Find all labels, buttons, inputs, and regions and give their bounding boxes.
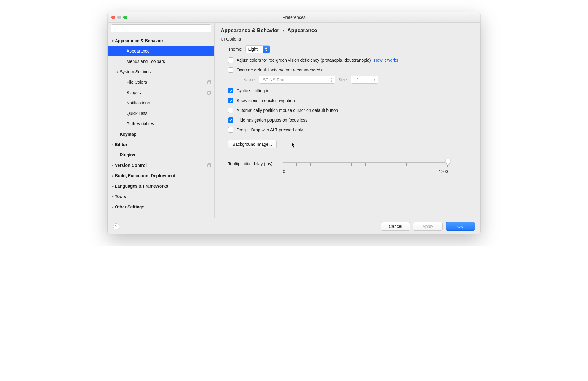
background-image-button[interactable]: Background Image... bbox=[228, 140, 277, 148]
drag-alt-checkbox[interactable] bbox=[228, 127, 233, 133]
chevron-right-icon: ► bbox=[111, 143, 115, 146]
sidebar-item[interactable]: ►Menus and Toolbars bbox=[108, 56, 214, 67]
slider-max: 1200 bbox=[439, 169, 448, 174]
chevron-up-down-icon: ▲▼ bbox=[330, 77, 333, 82]
chevron-right-icon: ► bbox=[111, 195, 115, 198]
sidebar-item[interactable]: ►Notifications bbox=[108, 98, 214, 108]
sidebar-item[interactable]: ►Appearance bbox=[108, 46, 214, 56]
copy-icon bbox=[206, 163, 212, 167]
preferences-window: Preferences ▼Appearance & Behavior►Appea… bbox=[108, 12, 480, 234]
font-size-select[interactable]: 12 ▼ bbox=[351, 76, 378, 84]
sidebar-item[interactable]: ▼Appearance & Behavior bbox=[108, 35, 214, 46]
cursor-icon bbox=[292, 142, 296, 148]
chevron-right-icon: ► bbox=[111, 174, 115, 178]
sidebar-item[interactable]: ►Other Settings bbox=[108, 202, 214, 212]
sidebar-item[interactable]: ►Scopes bbox=[108, 87, 214, 98]
sidebar-item[interactable]: ►Quick Lists bbox=[108, 108, 214, 119]
cancel-button[interactable]: Cancel bbox=[381, 222, 410, 231]
sidebar-item-label: Path Variables bbox=[127, 121, 206, 126]
font-size-label: Size: bbox=[338, 77, 348, 82]
font-name-value: .SF NS Text bbox=[262, 77, 284, 82]
sidebar-item[interactable]: ►Keymap bbox=[108, 129, 214, 139]
theme-select[interactable]: Light bbox=[245, 45, 270, 53]
adjust-colors-checkbox[interactable] bbox=[228, 57, 233, 63]
ok-button[interactable]: OK bbox=[446, 222, 475, 231]
sidebar-item[interactable]: ►File Colors bbox=[108, 77, 214, 87]
sidebar-item-label: Quick Lists bbox=[127, 111, 206, 116]
footer: ? Cancel Apply OK bbox=[108, 218, 480, 234]
breadcrumb-parent: Appearance & Behavior bbox=[221, 27, 279, 33]
sidebar-item[interactable]: ►Plugins bbox=[108, 150, 214, 160]
sidebar-item-label: Plugins bbox=[120, 152, 206, 157]
chevron-right-icon: › bbox=[283, 27, 285, 33]
copy-icon bbox=[206, 80, 212, 84]
breadcrumb-current: Appearance bbox=[287, 27, 317, 33]
help-button[interactable]: ? bbox=[113, 223, 119, 229]
sidebar-item[interactable]: ►Languages & Frameworks bbox=[108, 181, 214, 191]
search-input[interactable] bbox=[111, 24, 211, 32]
sidebar-item[interactable]: ►System Settings bbox=[108, 67, 214, 77]
sidebar-item[interactable]: ►Tools bbox=[108, 191, 214, 202]
slider-rail bbox=[283, 162, 448, 163]
override-fonts-checkbox[interactable] bbox=[228, 67, 233, 73]
show-icons-label: Show icons in quick navigation bbox=[237, 98, 295, 103]
sidebar-item-label: Menus and Toolbars bbox=[127, 59, 206, 64]
section-title: UI Options bbox=[221, 37, 241, 42]
titlebar: Preferences bbox=[108, 12, 480, 23]
slider-thumb[interactable] bbox=[445, 158, 451, 166]
sidebar-item-label: Build, Execution, Deployment bbox=[115, 173, 206, 178]
sidebar-item-label: Version Control bbox=[115, 163, 206, 168]
auto-mouse-label: Automatically position mouse cursor on d… bbox=[237, 108, 338, 113]
sidebar: ▼Appearance & Behavior►Appearance►Menus … bbox=[108, 23, 215, 218]
chevron-up-down-icon bbox=[263, 46, 270, 53]
svg-rect-7 bbox=[208, 164, 210, 167]
show-icons-checkbox[interactable] bbox=[228, 98, 233, 103]
sidebar-item-label: Languages & Frameworks bbox=[115, 184, 206, 189]
sidebar-item[interactable]: ►Path Variables bbox=[108, 119, 214, 129]
drag-alt-label: Drag-n-Drop with ALT pressed only bbox=[237, 127, 303, 132]
chevron-right-icon: ► bbox=[116, 70, 120, 74]
breadcrumb: Appearance & Behavior › Appearance bbox=[215, 23, 480, 37]
chevron-down-icon: ▼ bbox=[111, 39, 115, 42]
font-size-value: 12 bbox=[354, 77, 358, 82]
how-it-works-link[interactable]: How it works bbox=[374, 58, 398, 63]
apply-button[interactable]: Apply bbox=[413, 222, 443, 231]
chevron-down-icon: ▼ bbox=[373, 79, 376, 81]
override-fonts-label: Override default fonts by (not recommend… bbox=[237, 68, 323, 72]
adjust-colors-label: Adjust colors for red-green vision defic… bbox=[237, 58, 371, 63]
window-title: Preferences bbox=[108, 15, 480, 20]
sidebar-item-label: Keymap bbox=[120, 132, 206, 137]
slider-ticks bbox=[283, 163, 448, 167]
sidebar-item-label: Notifications bbox=[127, 101, 206, 105]
divider bbox=[244, 39, 474, 39]
svg-rect-5 bbox=[208, 92, 210, 94]
chevron-right-icon: ► bbox=[111, 185, 115, 188]
sidebar-item-label: Editor bbox=[115, 142, 206, 147]
sidebar-item[interactable]: ►Editor bbox=[108, 139, 214, 150]
sidebar-item-label: Appearance bbox=[127, 49, 206, 53]
font-name-select[interactable]: .SF NS Text ▲▼ bbox=[259, 76, 335, 84]
sidebar-item[interactable]: ►Build, Execution, Deployment bbox=[108, 170, 214, 181]
settings-tree[interactable]: ▼Appearance & Behavior►Appearance►Menus … bbox=[108, 34, 214, 218]
sidebar-item-label: Scopes bbox=[127, 90, 206, 95]
font-name-label: Name: bbox=[243, 77, 256, 82]
tooltip-delay-label: Tooltip initial delay (ms): bbox=[228, 159, 274, 166]
sidebar-item-label: Other Settings bbox=[115, 204, 206, 209]
tooltip-delay-slider[interactable]: 0 1200 bbox=[283, 159, 448, 174]
sidebar-item-label: File Colors bbox=[127, 80, 206, 85]
sidebar-item-label: Appearance & Behavior bbox=[115, 38, 206, 43]
theme-value: Light bbox=[246, 47, 263, 52]
copy-icon bbox=[206, 91, 212, 95]
sidebar-item[interactable]: ►Version Control bbox=[108, 160, 214, 170]
chevron-right-icon: ► bbox=[111, 164, 115, 167]
sidebar-item-label: Tools bbox=[115, 194, 206, 199]
cyclic-scrolling-checkbox[interactable] bbox=[228, 88, 233, 93]
svg-rect-3 bbox=[208, 81, 210, 84]
auto-mouse-checkbox[interactable] bbox=[228, 108, 233, 113]
theme-label: Theme: bbox=[228, 47, 242, 52]
slider-min: 0 bbox=[283, 169, 285, 174]
hide-popups-checkbox[interactable] bbox=[228, 117, 233, 123]
chevron-right-icon: ► bbox=[111, 205, 115, 209]
main-panel: Appearance & Behavior › Appearance UI Op… bbox=[215, 23, 480, 218]
cyclic-scrolling-label: Cyclic scrolling in list bbox=[237, 88, 276, 93]
